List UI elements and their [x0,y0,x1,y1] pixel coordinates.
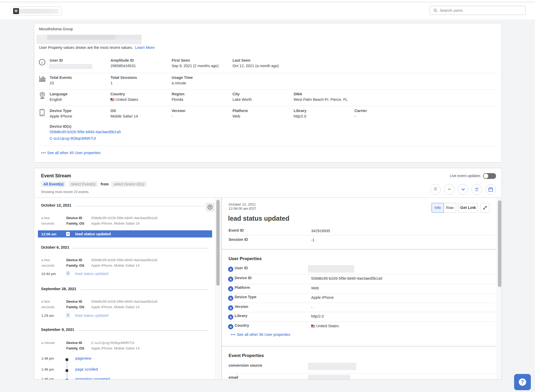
svg-text:A: A [230,297,232,300]
svg-text:A: A [230,278,232,281]
svg-text:A: A [230,325,232,329]
svg-text:A: A [230,315,232,319]
svg-text:i: i [42,60,43,65]
svg-text:A: A [230,268,232,271]
svg-text:A: A [230,287,232,291]
svg-text:A: A [230,306,232,310]
